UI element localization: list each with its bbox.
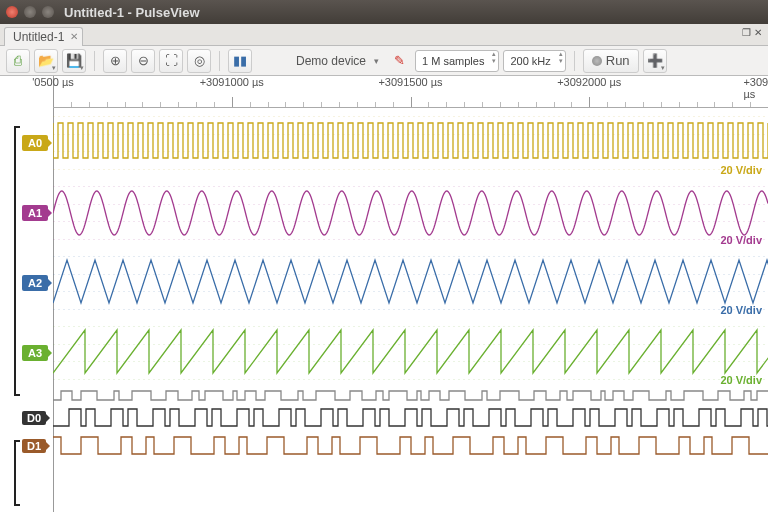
channel-label[interactable]: A0 bbox=[22, 135, 48, 151]
scale-label: 20 V/div bbox=[720, 304, 762, 316]
main-toolbar: ⎙ 📂 💾 ⊕ ⊖ ⛶ ◎ ▮▮ Demo device ▾ ✎ 1 M sam… bbox=[0, 46, 768, 76]
ruler-tick: +3091000 µs bbox=[200, 76, 264, 88]
waveform-d1 bbox=[53, 432, 768, 460]
channel-label[interactable]: A3 bbox=[22, 345, 48, 361]
zoom-fit-button[interactable]: ⛶ bbox=[159, 49, 183, 73]
run-label: Run bbox=[606, 53, 630, 68]
channel-label[interactable]: A1 bbox=[22, 205, 48, 221]
new-session-button[interactable]: ⎙ bbox=[6, 49, 30, 73]
digital-channel-d0[interactable]: D0 bbox=[0, 404, 768, 432]
scale-label: 20 V/div bbox=[720, 164, 762, 176]
waveform-d0 bbox=[53, 404, 768, 432]
folder-open-icon: 📂 bbox=[38, 53, 54, 68]
scale-label: 20 V/div bbox=[720, 374, 762, 386]
divider-trace bbox=[53, 388, 768, 404]
record-icon bbox=[592, 56, 602, 66]
analog-channel-a1[interactable]: A1 20 V/div bbox=[0, 178, 768, 248]
window-maximize-button[interactable] bbox=[42, 6, 54, 18]
analog-channel-a3[interactable]: A3 20 V/div bbox=[0, 318, 768, 388]
toolbar-separator bbox=[574, 51, 575, 71]
run-button[interactable]: Run bbox=[583, 49, 639, 73]
waveform-a3 bbox=[53, 318, 768, 388]
probe-icon: ✎ bbox=[394, 53, 405, 68]
zoom-out-button[interactable]: ⊖ bbox=[131, 49, 155, 73]
configure-device-button[interactable]: ✎ bbox=[387, 49, 411, 73]
waveform-a1 bbox=[53, 178, 768, 248]
window-titlebar: Untitled-1 - PulseView bbox=[0, 0, 768, 24]
window-close-button[interactable] bbox=[6, 6, 18, 18]
ruler-tick: '0500 µs bbox=[32, 76, 73, 88]
device-selector-label: Demo device bbox=[296, 54, 366, 68]
ruler-tick: +3091500 µs bbox=[378, 76, 442, 88]
signal-view[interactable]: '0500 µs +3091000 µs +3091500 µs +309200… bbox=[0, 76, 768, 512]
tab-detach-controls[interactable]: ❐ ✕ bbox=[742, 27, 762, 38]
digital-channel-d1[interactable]: D1 bbox=[0, 432, 768, 460]
sample-rate-selector[interactable]: 200 kHz bbox=[503, 50, 565, 72]
session-tab[interactable]: Untitled-1 ✕ bbox=[4, 27, 83, 46]
window-minimize-button[interactable] bbox=[24, 6, 36, 18]
ruler-tick: +3092500 µs bbox=[743, 76, 768, 100]
save-button[interactable]: 💾 bbox=[62, 49, 86, 73]
document-plus-icon: ⎙ bbox=[14, 53, 22, 68]
cursors-button[interactable]: ▮▮ bbox=[228, 49, 252, 73]
close-tab-icon[interactable]: ✕ bbox=[70, 31, 78, 42]
channel-label[interactable]: D0 bbox=[22, 411, 46, 425]
channel-label[interactable]: D1 bbox=[22, 439, 46, 453]
scale-label: 20 V/div bbox=[720, 234, 762, 246]
open-button[interactable]: 📂 bbox=[34, 49, 58, 73]
waveform-a2 bbox=[53, 248, 768, 318]
analog-channel-a0[interactable]: A0 20 V/div bbox=[0, 108, 768, 178]
zoom-in-button[interactable]: ⊕ bbox=[103, 49, 127, 73]
analog-channel-a2[interactable]: A2 20 V/div bbox=[0, 248, 768, 318]
zoom-fit-icon: ⛶ bbox=[165, 53, 178, 68]
decoder-icon: ➕ bbox=[647, 53, 663, 68]
time-ruler[interactable]: '0500 µs +3091000 µs +3091500 µs +309200… bbox=[53, 76, 768, 108]
zoom-one-button[interactable]: ◎ bbox=[187, 49, 211, 73]
window-title: Untitled-1 - PulseView bbox=[64, 5, 200, 20]
waveform-a0 bbox=[53, 108, 768, 178]
zoom-out-icon: ⊖ bbox=[138, 53, 149, 68]
zoom-one-icon: ◎ bbox=[194, 53, 205, 68]
toolbar-separator bbox=[94, 51, 95, 71]
tab-bar: Untitled-1 ✕ ❐ ✕ bbox=[0, 24, 768, 46]
save-icon: 💾 bbox=[66, 53, 82, 68]
cursors-icon: ▮▮ bbox=[233, 53, 247, 68]
toolbar-separator bbox=[219, 51, 220, 71]
add-decoder-button[interactable]: ➕ bbox=[643, 49, 667, 73]
session-tab-label: Untitled-1 bbox=[13, 30, 64, 44]
zoom-in-icon: ⊕ bbox=[110, 53, 121, 68]
ruler-tick: +3092000 µs bbox=[557, 76, 621, 88]
divider-bar bbox=[0, 388, 768, 404]
sample-count-selector[interactable]: 1 M samples bbox=[415, 50, 499, 72]
channel-label[interactable]: A2 bbox=[22, 275, 48, 291]
device-dropdown-icon[interactable]: ▾ bbox=[374, 56, 379, 66]
